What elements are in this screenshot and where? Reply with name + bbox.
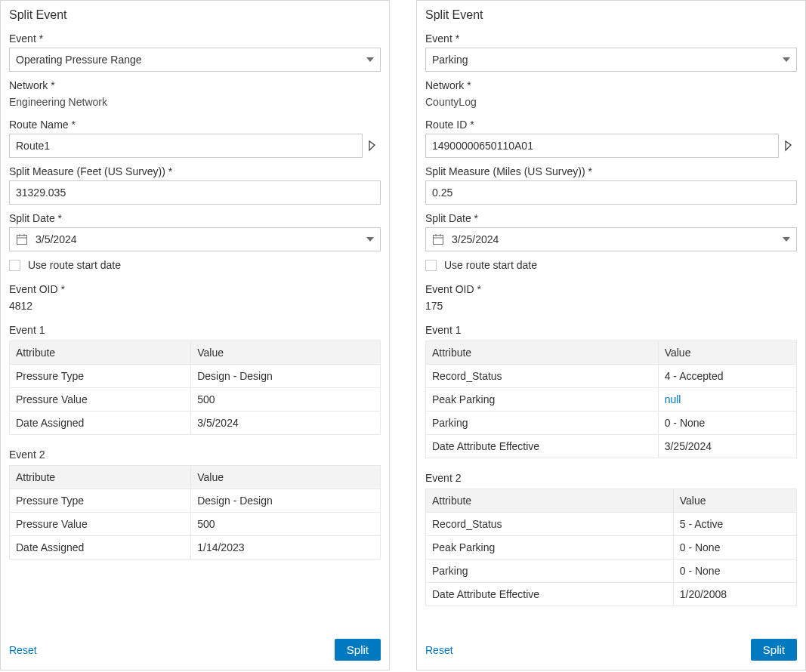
network-value: CountyLog (425, 96, 797, 108)
calendar-icon (16, 233, 28, 245)
route-value: Route1 (16, 140, 50, 152)
use-route-start-date-checkbox[interactable] (425, 260, 437, 271)
network-value: Engineering Network (9, 96, 381, 108)
route-input[interactable]: 14900000650110A01 (425, 134, 779, 158)
split-event-panel: Split Event Event * Parking Network * Co… (416, 0, 806, 670)
event2-label: Event 2 (425, 472, 797, 484)
table-row: Peak Parking null (426, 388, 797, 412)
route-picker-icon[interactable] (783, 139, 797, 153)
table-row: Pressure Value 500 (10, 513, 381, 536)
event-oid-label: Event OID * (9, 283, 381, 295)
panel-title: Split Event (425, 8, 797, 22)
table-row: Record_Status 5 - Active (426, 513, 797, 536)
event-oid-value: 175 (425, 300, 797, 312)
table-row: Pressure Value 500 (10, 388, 381, 412)
event2-label: Event 2 (9, 449, 381, 461)
event-label: Event * (425, 32, 797, 45)
svg-rect-0 (17, 236, 27, 245)
panel-title: Split Event (9, 8, 381, 22)
chevron-down-icon (783, 57, 790, 62)
table-row: Pressure Type Design - Design (10, 365, 381, 388)
use-route-start-date-label: Use route start date (28, 259, 121, 271)
col-attribute: Attribute (426, 489, 674, 513)
col-attribute: Attribute (10, 341, 191, 365)
table-row: Peak Parking 0 - None (426, 536, 797, 559)
use-route-start-date-label: Use route start date (444, 259, 537, 271)
reset-button[interactable]: Reset (425, 644, 453, 656)
measure-value: 31329.035 (16, 186, 66, 199)
chevron-down-icon (366, 237, 374, 242)
event-select[interactable]: Operating Pressure Range (9, 48, 381, 72)
event2-table: Attribute Value Pressure Type Design - D… (9, 465, 381, 559)
route-picker-icon[interactable] (367, 139, 381, 153)
table-row: Record_Status 4 - Accepted (426, 365, 797, 388)
date-input[interactable]: 3/25/2024 (425, 227, 797, 251)
table-row: Date Assigned 3/5/2024 (10, 412, 381, 435)
event2-table: Attribute Value Record_Status 5 - Active… (425, 489, 797, 606)
svg-rect-4 (434, 236, 443, 245)
col-value: Value (191, 341, 381, 365)
network-label: Network * (425, 79, 797, 91)
date-input[interactable]: 3/5/2024 (9, 227, 381, 251)
event-oid-value: 4812 (9, 300, 381, 312)
measure-value: 0.25 (432, 186, 452, 199)
event1-table: Attribute Value Pressure Type Design - D… (9, 341, 381, 435)
chevron-down-icon (366, 57, 374, 62)
calendar-icon (432, 233, 444, 245)
event-value: Operating Pressure Range (16, 54, 142, 66)
date-value: 3/5/2024 (36, 233, 77, 245)
split-button[interactable]: Split (335, 639, 381, 661)
event-label: Event * (9, 32, 381, 45)
table-row: Date Attribute Effective 3/25/2024 (426, 435, 797, 458)
date-label: Split Date * (425, 212, 797, 224)
table-row: Date Assigned 1/14/2023 (10, 536, 381, 559)
measure-input[interactable]: 0.25 (425, 180, 797, 205)
route-label: Route ID * (425, 119, 797, 131)
measure-input[interactable]: 31329.035 (9, 180, 381, 205)
table-row: Parking 0 - None (426, 412, 797, 435)
col-value: Value (658, 341, 796, 365)
event1-label: Event 1 (9, 324, 381, 336)
reset-button[interactable]: Reset (9, 644, 37, 656)
measure-label: Split Measure (Feet (US Survey)) * (9, 165, 381, 177)
col-value: Value (191, 466, 381, 489)
route-input[interactable]: Route1 (9, 134, 363, 158)
network-label: Network * (9, 79, 381, 91)
split-button[interactable]: Split (751, 639, 797, 661)
route-label: Route Name * (9, 119, 381, 131)
date-value: 3/25/2024 (452, 233, 499, 245)
measure-label: Split Measure (Miles (US Survey)) * (425, 165, 797, 177)
split-event-panel: Split Event Event * Operating Pressure R… (0, 0, 390, 670)
event-select[interactable]: Parking (425, 48, 797, 72)
table-row: Parking 0 - None (426, 559, 797, 583)
event1-label: Event 1 (425, 324, 797, 336)
event1-table: Attribute Value Record_Status 4 - Accept… (425, 341, 797, 458)
table-row: Date Attribute Effective 1/20/2008 (426, 583, 797, 606)
col-value: Value (673, 489, 796, 513)
date-label: Split Date * (9, 212, 381, 224)
table-row: Pressure Type Design - Design (10, 489, 381, 513)
use-route-start-date-checkbox[interactable] (9, 260, 20, 271)
route-value: 14900000650110A01 (432, 140, 533, 152)
chevron-down-icon (783, 237, 790, 242)
col-attribute: Attribute (10, 466, 191, 489)
col-attribute: Attribute (426, 341, 659, 365)
event-oid-label: Event OID * (425, 283, 797, 295)
event-value: Parking (432, 54, 468, 66)
